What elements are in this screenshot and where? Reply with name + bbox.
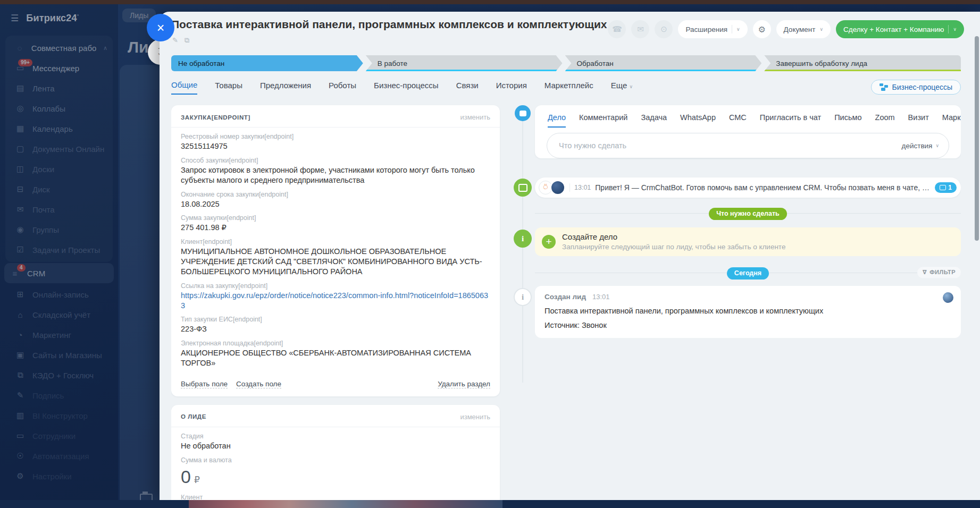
unread-chat-badge[interactable]: 1 (935, 182, 957, 193)
chatbot-message-row: ⍥ 13:01 Привет! Я — CrmChatBot. Готов по… (510, 177, 961, 198)
lead-title: Поставка интерактивной панели, программн… (171, 18, 639, 31)
about-lead-title: О ЛИДЕ (181, 413, 206, 420)
lead-stage-bar: Не обработан В работе Обработан Завершит… (171, 55, 961, 71)
timeline-tab-marketplace[interactable]: Маркетплейс (942, 113, 961, 128)
chat-icon-button[interactable]: ⊙ (655, 20, 673, 38)
purchase-section-card: ЗАКУПКА[ENDPOINT] изменить Реестровый но… (171, 105, 500, 396)
tab-marketplace[interactable]: Маркетплейс (545, 81, 593, 94)
actions-dropdown[interactable]: действия∨ (902, 142, 939, 150)
timeline-tab-comment[interactable]: Комментарий (579, 113, 627, 128)
field-client: МУНИЦИПАЛЬНОЕ АВТОНОМНОЕ ДОШКОЛЬНОЕ ОБРА… (181, 247, 490, 277)
tab-business-processes[interactable]: Бизнес-процессы (374, 81, 439, 94)
slider-close-button[interactable]: × (147, 14, 174, 41)
settings-gear-button[interactable]: ⚙ (753, 20, 771, 38)
date-divider-row: Сегодня ∇ФИЛЬТР (510, 266, 961, 280)
create-activity-banner: + Создайте дело Запланируйте следующий ш… (535, 227, 961, 256)
lead-slider-panel: Поставка интерактивной панели, программн… (160, 12, 980, 500)
field-purchase-method: Запрос котировок в электронной форме, уч… (181, 165, 490, 185)
timeline-tab-activity[interactable]: Дело (548, 113, 566, 128)
tab-general[interactable]: Общие (171, 80, 197, 95)
tab-quotes[interactable]: Предложения (260, 81, 311, 94)
timeline-tab-email[interactable]: Письмо (834, 113, 861, 128)
chevron-down-icon: ∨ (953, 27, 957, 32)
timeline-tab-task[interactable]: Задача (641, 113, 667, 128)
chat-bubble-icon (940, 185, 946, 190)
tab-history[interactable]: История (496, 81, 527, 94)
title-tools: ✎ ⧉ (172, 36, 189, 45)
field-amount: 0₽ (181, 465, 490, 488)
cta-divider-row: Что нужно сделать (510, 206, 961, 220)
field-purchase-amount: 275 401.98 ₽ (181, 223, 490, 233)
info-icon: i (514, 230, 532, 248)
stage-not-processed[interactable]: Не обработан (171, 55, 363, 71)
banner-title[interactable]: Создайте дело (562, 232, 785, 241)
add-activity-button[interactable]: + (542, 235, 556, 249)
delete-section-link[interactable]: Удалить раздел (438, 380, 490, 388)
field-purchase-link[interactable]: https://zakupki.gov.ru/epz/order/notice/… (181, 291, 490, 311)
phone-icon[interactable]: ☎ (608, 20, 626, 38)
comment-bubble-icon (515, 105, 531, 121)
field-deadline: 18.08.2025 (181, 199, 490, 209)
mail-icon-button[interactable]: ✉ (631, 20, 649, 38)
bottom-page-strip (0, 500, 980, 508)
choose-field-link[interactable]: Выбрать поле (181, 380, 228, 388)
lead-created-row: i Создан лид 13:01 Поставка интерактивно… (510, 286, 961, 338)
log-lead-name: Поставка интерактивной панели, программн… (545, 307, 951, 315)
stage-finish-processing[interactable]: Завершить обработку лида (764, 55, 961, 71)
timeline-composer-row: Дело Комментарий Задача WhatsApp СМС При… (510, 102, 961, 168)
message-time: 13:01 (574, 184, 591, 191)
cta-pill[interactable]: Что нужно сделать (709, 208, 787, 220)
chevron-down-icon: ∨ (736, 27, 740, 32)
today-pill[interactable]: Сегодня (727, 267, 769, 280)
edit-section-link[interactable]: изменить (460, 113, 490, 121)
timeline-tab-sms[interactable]: СМС (729, 113, 747, 128)
user-avatar (550, 180, 565, 195)
scrollbar-thumb[interactable] (975, 36, 979, 241)
message-text: Привет! Я — CrmChatBot. Готов помочь вам… (595, 183, 931, 192)
purchase-section-title: ЗАКУПКА[ENDPOINT] (181, 114, 250, 121)
filter-button[interactable]: ∇ФИЛЬТР (917, 267, 961, 278)
chatbot-message[interactable]: ⍥ 13:01 Привет! Я — CrmChatBot. Готов по… (535, 177, 961, 198)
edit-section-link[interactable]: изменить (460, 413, 490, 421)
timeline-tab-whatsapp[interactable]: WhatsApp (680, 113, 716, 128)
timeline-tab-zoom[interactable]: Zoom (875, 113, 895, 128)
lead-created-card: Создан лид 13:01 Поставка интерактивной … (535, 286, 961, 338)
todo-banner-row: i + Создайте дело Запланируйте следующий… (510, 227, 961, 256)
about-lead-card: О ЛИДЕ изменить Стадия Не обработан Сумм… (171, 405, 500, 500)
chevron-down-icon: ∨ (629, 84, 633, 89)
log-entry-time: 13:01 (592, 293, 610, 301)
chevron-down-icon: ∨ (819, 27, 823, 32)
browser-top-strip (0, 0, 980, 4)
extensions-button[interactable]: Расширения∨ (678, 20, 747, 38)
timeline-tab-visit[interactable]: Визит (908, 113, 929, 128)
tab-links[interactable]: Связи (456, 81, 479, 94)
todo-input[interactable] (558, 141, 885, 150)
edit-pencil-icon[interactable]: ✎ (172, 36, 178, 45)
field-stage: Не обработан (181, 441, 490, 451)
timeline-composer-card: Дело Комментарий Задача WhatsApp СМС При… (535, 105, 961, 158)
stage-processed[interactable]: Обработан (565, 55, 762, 71)
info-icon: i (514, 288, 532, 306)
background-banner-glow (189, 500, 502, 508)
stage-in-progress[interactable]: В работе (366, 55, 563, 71)
tab-products[interactable]: Товары (215, 81, 242, 94)
copy-link-icon[interactable]: ⧉ (185, 36, 189, 45)
timeline-tab-invite-chat[interactable]: Пригласить в чат (760, 113, 821, 128)
business-processes-button[interactable]: Бизнес-процессы (871, 80, 961, 95)
tab-more[interactable]: Еще ∨ (611, 81, 633, 94)
tab-robots[interactable]: Роботы (329, 81, 356, 94)
document-button[interactable]: Документ∨ (776, 20, 831, 38)
responsible-avatar (943, 292, 953, 303)
purchase-fields: Реестровый номер закупки[endpoint] 32515… (171, 133, 500, 374)
timeline-column: Дело Комментарий Задача WhatsApp СМС При… (510, 102, 961, 500)
create-deal-contact-company-button[interactable]: Сделку + Контакт + Компанию∨ (836, 20, 964, 38)
todo-input-wrap[interactable]: действия∨ (547, 133, 949, 158)
header-actions: ☎ ✉ ⊙ Расширения∨ ⚙ Документ∨ Сделку + К… (608, 20, 964, 38)
create-field-link[interactable]: Создать поле (236, 380, 281, 388)
scrollbar[interactable] (974, 24, 979, 489)
field-platform: АКЦИОНЕРНОЕ ОБЩЕСТВО «СБЕРБАНК-АВТОМАТИЗ… (181, 348, 490, 368)
banner-subtitle: Запланируйте следующий шаг по лиду, чтоб… (562, 243, 785, 251)
lead-tabs: Общие Товары Предложения Роботы Бизнес-п… (171, 80, 633, 95)
funnel-icon: ∇ (923, 268, 927, 276)
chat-icon (514, 179, 532, 197)
